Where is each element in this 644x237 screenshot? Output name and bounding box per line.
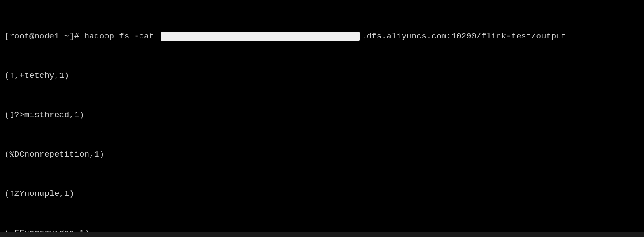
shell-prompt: [root@node1 ~]#	[4, 30, 84, 43]
output-line: (▯,+tetchy,1)	[4, 69, 640, 82]
terminal-window[interactable]: [root@node1 ~]# hadoop fs -cat .dfs.aliy…	[4, 3, 640, 237]
command-suffix: .dfs.aliyuncs.com:10290/flink-test/outpu…	[361, 30, 566, 43]
terminal-bottom-bar	[0, 232, 644, 237]
command-line: [root@node1 ~]# hadoop fs -cat .dfs.aliy…	[4, 30, 640, 43]
output-line: (%DCnonrepetition,1)	[4, 148, 640, 161]
output-line: (▯ZYnonuple,1)	[4, 187, 640, 200]
output-line: (▯?>misthread,1)	[4, 108, 640, 122]
command-prefix: hadoop fs -cat	[84, 30, 159, 43]
redacted-url	[161, 32, 360, 41]
